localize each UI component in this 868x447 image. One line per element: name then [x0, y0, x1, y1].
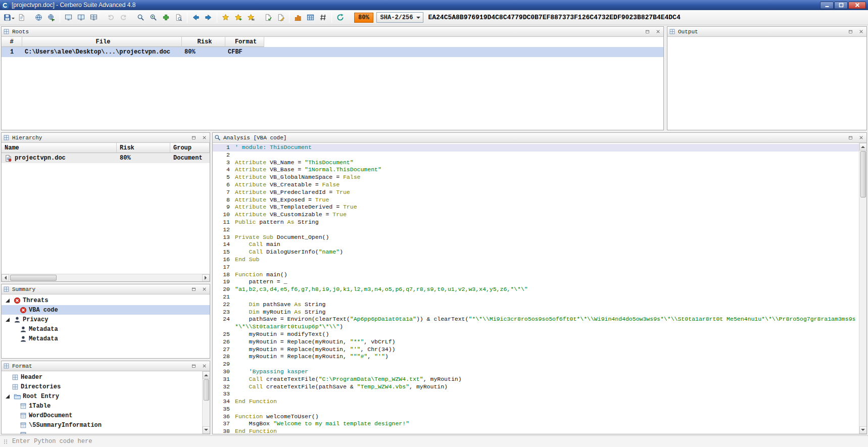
hierarchy-horizontal-scrollbar[interactable]	[2, 274, 210, 281]
code-line[interactable]: 33	[213, 390, 859, 398]
report-button[interactable]	[262, 12, 274, 24]
code-line[interactable]: 18Function main()	[213, 271, 859, 279]
code-line[interactable]: 20"a1,b2,c3,d4,e5,f6,g7,h8,i9,j0,k1,l2,m…	[213, 286, 859, 293]
code-line[interactable]: 7Attribute VB_PredeclaredId = True	[213, 189, 859, 196]
single-view-button[interactable]	[62, 12, 75, 24]
hierarchy-column-header-risk[interactable]: Risk	[117, 143, 170, 153]
summary-close-button[interactable]	[200, 285, 208, 293]
python-input[interactable]	[12, 438, 865, 445]
code-line[interactable]: 19 pattern = _	[213, 278, 859, 286]
expander-icon[interactable]	[6, 318, 10, 322]
code-line[interactable]: 8Attribute VB_Exposed = True	[213, 196, 859, 204]
entropy-button[interactable]	[292, 12, 304, 24]
web-submit-button[interactable]	[45, 12, 58, 24]
code-line[interactable]: 38End Function	[213, 428, 859, 434]
vba-code-editor[interactable]: 1' module: ThisDocument23Attribute VB_Na…	[213, 143, 859, 434]
summary-item-vba-code[interactable]: VBA code	[2, 305, 210, 315]
format-item-worddocument[interactable]: WordDocument	[2, 411, 202, 420]
format-item-1table[interactable]: 1Table	[2, 401, 202, 411]
code-line[interactable]: 30 'Bypassing kasper	[213, 368, 859, 376]
bookmark-button[interactable]	[219, 12, 232, 24]
bookmark-add-button[interactable]	[232, 12, 245, 24]
analysis-float-button[interactable]	[846, 134, 854, 141]
summary-item-threats[interactable]: Threats	[2, 295, 210, 305]
summary-item-metadata[interactable]: Metadata	[2, 334, 210, 343]
scroll-up-button[interactable]	[203, 371, 210, 379]
scroll-thumb[interactable]	[860, 151, 866, 197]
scroll-down-button[interactable]	[859, 426, 867, 434]
edit-script-button[interactable]	[274, 12, 287, 24]
zoom-in-button[interactable]	[147, 12, 160, 24]
add-view-button[interactable]	[160, 12, 172, 24]
code-line[interactable]: 25 myRoutin = modifyText()	[213, 331, 859, 338]
code-line[interactable]: 12	[213, 226, 859, 234]
hash-algorithm-select[interactable]: SHA-2/256	[376, 12, 424, 23]
format-item-5summaryinformation[interactable]: \5SummaryInformation	[2, 420, 202, 430]
offsets-button[interactable]	[317, 12, 329, 24]
code-line[interactable]: 15 Call DialogUserInfo("name")	[213, 249, 859, 256]
code-line[interactable]: 2	[213, 152, 859, 159]
code-line[interactable]: 5Attribute VB_GlobalNameSpace = False	[213, 174, 859, 181]
code-line[interactable]: 36Function welcomeToUser()	[213, 413, 859, 421]
output-float-button[interactable]	[846, 28, 854, 35]
scroll-up-button[interactable]	[859, 143, 867, 151]
code-line[interactable]: 4Attribute VB_Base = "1Normal.ThisDocume…	[213, 166, 859, 174]
code-line[interactable]: 32 Call createTextFile(pathSave & "Temp_…	[213, 383, 859, 391]
code-line[interactable]: 28 myRoutin = Replace(myRoutin, """#", "…	[213, 353, 859, 361]
code-line[interactable]: 10Attribute VB_Customizable = True	[213, 211, 859, 219]
hierarchy-column-header-group[interactable]: Group	[170, 143, 210, 153]
roots-column-header-file[interactable]: File	[22, 37, 182, 47]
roots-float-button[interactable]	[643, 28, 651, 35]
code-line[interactable]: 27 myRoutin = Replace(myRoutin, "'", Chr…	[213, 346, 859, 354]
split-view-button[interactable]	[75, 12, 87, 24]
web-scan-button[interactable]	[32, 12, 45, 24]
expander-icon[interactable]	[6, 394, 10, 399]
bookmark-list-button[interactable]	[245, 12, 257, 24]
scroll-left-button[interactable]	[2, 274, 9, 282]
redo-button[interactable]	[117, 12, 130, 24]
format-item[interactable]	[2, 430, 202, 434]
inspect-button[interactable]	[172, 12, 185, 24]
format-close-button[interactable]	[200, 362, 208, 370]
reanalyze-button[interactable]	[334, 12, 347, 24]
scroll-right-button[interactable]	[202, 274, 210, 282]
code-line[interactable]: 26 myRoutin = Replace(myRoutin, "**", vb…	[213, 338, 859, 346]
code-line[interactable]: 22 Dim pathSave As String	[213, 301, 859, 309]
roots-column-header-risk[interactable]: Risk	[182, 37, 225, 47]
summary-item-privacy[interactable]: Privacy	[2, 315, 210, 324]
hierarchy-float-button[interactable]	[189, 134, 198, 141]
code-line[interactable]: 6Attribute VB_Creatable = False	[213, 181, 859, 189]
zoom-out-button[interactable]	[134, 12, 147, 24]
summary-float-button[interactable]	[189, 285, 198, 293]
roots-close-button[interactable]	[654, 28, 662, 35]
code-line[interactable]: 37 MsgBox "Welcome to my mail template d…	[213, 420, 859, 428]
summary-item-metadata[interactable]: Metadata	[2, 324, 210, 334]
risk-score-badge[interactable]: 80%	[354, 13, 373, 23]
back-button[interactable]	[189, 12, 202, 24]
code-line[interactable]: 35	[213, 406, 859, 413]
scroll-thumb[interactable]	[10, 275, 57, 281]
roots-column-header-format[interactable]: Format	[225, 37, 264, 47]
code-line[interactable]: 1' module: ThisDocument	[213, 144, 859, 152]
format-item-header[interactable]: Header	[2, 372, 202, 382]
forward-button[interactable]	[202, 12, 215, 24]
format-float-button[interactable]	[189, 362, 198, 370]
hierarchy-column-header-name[interactable]: Name	[2, 143, 117, 153]
code-line[interactable]: 3Attribute VB_Name = "ThisDocument"	[213, 159, 859, 167]
roots-row[interactable]: 1C:\Users\alee\Desktop\...\projectvpn.do…	[2, 47, 663, 57]
scroll-thumb[interactable]	[204, 379, 209, 401]
format-item-root-entry[interactable]: Root Entry	[2, 391, 202, 401]
code-line[interactable]: 31 Call createTextFile("C:\ProgramData\T…	[213, 376, 859, 383]
code-line[interactable]: 9Attribute VB_TemplateDerived = True	[213, 204, 859, 211]
maximize-button[interactable]	[834, 2, 848, 9]
save-button[interactable]	[3, 12, 15, 24]
scroll-track[interactable]	[9, 274, 202, 282]
code-line[interactable]: 23 Dim myRoutin As String	[213, 309, 859, 316]
close-button[interactable]	[848, 2, 866, 9]
analysis-vertical-scrollbar[interactable]	[859, 143, 866, 434]
hierarchy-close-button[interactable]	[200, 134, 208, 141]
grid-view-button[interactable]	[87, 12, 100, 24]
roots-column-header-index[interactable]: #	[2, 37, 22, 47]
output-close-button[interactable]	[857, 28, 865, 35]
code-line[interactable]: 24 pathSave = Environ(clearText("Ap6pp6p…	[213, 316, 859, 331]
